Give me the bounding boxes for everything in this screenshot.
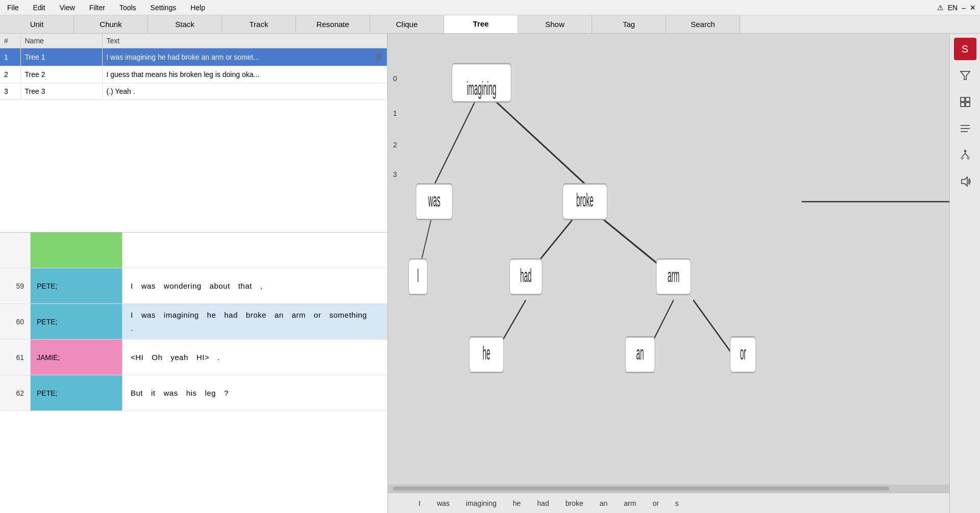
tree-visualization: 0 1 2 3 bbox=[388, 34, 949, 484]
word-bar-word: s bbox=[675, 499, 679, 507]
word-bar-word: imagining bbox=[466, 499, 497, 507]
word-bar-word: arm bbox=[624, 499, 636, 507]
svg-rect-30 bbox=[961, 102, 965, 107]
text-spacer bbox=[122, 233, 387, 268]
tree-scrollbar[interactable] bbox=[388, 484, 949, 493]
filter-button[interactable] bbox=[954, 64, 976, 87]
delete-icon[interactable]: 🗑 bbox=[375, 53, 383, 62]
svg-marker-41 bbox=[962, 177, 967, 186]
word-bar-word: had bbox=[537, 499, 549, 507]
text-59: I was wondering about that , bbox=[122, 268, 387, 303]
svg-point-39 bbox=[961, 157, 963, 159]
speaker-60: PETE; bbox=[31, 304, 122, 339]
tab-chunk[interactable]: Chunk bbox=[74, 15, 148, 33]
right-sidebar: S bbox=[949, 34, 980, 513]
row-text: (.) Yeah . bbox=[102, 83, 387, 100]
table-row[interactable]: 1 Tree 1 I was imagining he had broke an… bbox=[0, 48, 387, 66]
minimize-button[interactable]: – bbox=[962, 4, 966, 12]
svg-line-36 bbox=[962, 153, 965, 157]
tree-svg: imagining was broke I had arm he bbox=[388, 34, 949, 484]
word-bar-word: or bbox=[652, 499, 658, 507]
svg-rect-29 bbox=[966, 97, 970, 101]
speaker-59: PETE; bbox=[31, 268, 122, 303]
svg-text:or: or bbox=[740, 342, 746, 364]
table-row[interactable]: 3 Tree 3 (.) Yeah . bbox=[0, 83, 387, 100]
svg-text:I: I bbox=[417, 264, 419, 286]
brand-logo-button[interactable]: S bbox=[954, 38, 976, 60]
svg-text:an: an bbox=[636, 342, 644, 364]
svg-line-1 bbox=[481, 88, 585, 184]
tree-scrollbar-thumb[interactable] bbox=[393, 486, 889, 491]
row-text: I guess that means his broken leg is doi… bbox=[102, 66, 387, 83]
col-header-name: Name bbox=[20, 34, 102, 48]
transcript-row-61: 61 JAMIE; <HI Oh yeah HI> . bbox=[0, 340, 387, 375]
speaker-62: PETE; bbox=[31, 375, 122, 411]
close-button[interactable]: ✕ bbox=[970, 4, 976, 12]
col-header-text: Text bbox=[102, 34, 387, 48]
menu-view[interactable]: View bbox=[57, 3, 78, 13]
transcript-row-59: 59 PETE; I was wondering about that , bbox=[0, 268, 387, 304]
tab-unit[interactable]: Unit bbox=[0, 15, 74, 33]
row-num: 1 bbox=[0, 48, 20, 66]
word-bar-word: was bbox=[437, 499, 450, 507]
table-row[interactable]: 2 Tree 2 I guess that means his broken l… bbox=[0, 66, 387, 83]
tab-track[interactable]: Track bbox=[222, 15, 296, 33]
menu-tools[interactable]: Tools bbox=[116, 3, 139, 13]
tab-resonate[interactable]: Resonate bbox=[296, 15, 370, 33]
tree-structure-button[interactable] bbox=[954, 144, 976, 166]
tab-clique[interactable]: Clique bbox=[370, 15, 444, 33]
svg-line-0 bbox=[435, 88, 482, 184]
word-bar-word: broke bbox=[566, 499, 583, 507]
text-60: I was imagining he had broke an arm or s… bbox=[122, 304, 387, 339]
svg-marker-27 bbox=[961, 71, 970, 80]
lang-indicator: EN bbox=[948, 4, 958, 12]
tab-show[interactable]: Show bbox=[518, 15, 592, 33]
word-bar-word: he bbox=[513, 499, 521, 507]
svg-text:imagining: imagining bbox=[467, 77, 496, 99]
tabbar: Unit Chunk Stack Track Resonate Clique T… bbox=[0, 15, 980, 34]
menu-filter[interactable]: Filter bbox=[86, 3, 108, 13]
text-61: <HI Oh yeah HI> . bbox=[122, 340, 387, 375]
transcript-spacer-row bbox=[0, 233, 387, 268]
svg-text:he: he bbox=[482, 342, 490, 364]
text-62: But it was his leg ? bbox=[122, 375, 387, 411]
left-panel: # Name Text 1 Tree 1 I was imagining he … bbox=[0, 34, 388, 513]
menu-edit[interactable]: Edit bbox=[30, 3, 48, 13]
align-lines-button[interactable] bbox=[954, 117, 976, 140]
audio-button[interactable] bbox=[954, 170, 976, 193]
svg-line-37 bbox=[965, 153, 968, 157]
warning-icon: ⚠ bbox=[937, 4, 944, 12]
col-header-num: # bbox=[0, 34, 20, 48]
speaker-spacer bbox=[31, 233, 122, 268]
transcript-panel[interactable]: 59 PETE; I was wondering about that , 60… bbox=[0, 233, 387, 513]
menu-settings[interactable]: Settings bbox=[148, 3, 180, 13]
row-name: Tree 1 bbox=[20, 48, 102, 66]
table-view-button[interactable] bbox=[954, 91, 976, 113]
row-num: 3 bbox=[0, 83, 20, 100]
transcript-row-62: 62 PETE; But it was his leg ? bbox=[0, 375, 387, 411]
word-bar-word: an bbox=[600, 499, 608, 507]
tab-tree[interactable]: Tree bbox=[444, 15, 518, 33]
line-num-60: 60 bbox=[0, 304, 31, 339]
row-num: 2 bbox=[0, 66, 20, 83]
menu-file[interactable]: File bbox=[4, 3, 22, 13]
word-bar: I was imagining he had broke an arm or s bbox=[388, 493, 949, 513]
svg-rect-31 bbox=[966, 102, 970, 107]
speaker-61: JAMIE; bbox=[31, 340, 122, 375]
tab-search[interactable]: Search bbox=[666, 15, 740, 33]
line-num-59: 59 bbox=[0, 268, 31, 303]
word-bar-word: I bbox=[419, 499, 421, 507]
menu-help[interactable]: Help bbox=[187, 3, 208, 13]
main-content: # Name Text 1 Tree 1 I was imagining he … bbox=[0, 34, 980, 513]
row-name: Tree 3 bbox=[20, 83, 102, 100]
svg-text:broke: broke bbox=[576, 189, 594, 211]
row-name: Tree 2 bbox=[20, 66, 102, 83]
svg-text:arm: arm bbox=[668, 264, 679, 286]
svg-point-40 bbox=[967, 157, 969, 159]
svg-text:was: was bbox=[428, 189, 440, 211]
row-text: I was imagining he had broke an arm or s… bbox=[103, 48, 387, 66]
tab-tag[interactable]: Tag bbox=[592, 15, 666, 33]
tree-table: # Name Text 1 Tree 1 I was imagining he … bbox=[0, 34, 387, 233]
tab-stack[interactable]: Stack bbox=[148, 15, 222, 33]
svg-rect-28 bbox=[961, 97, 965, 101]
